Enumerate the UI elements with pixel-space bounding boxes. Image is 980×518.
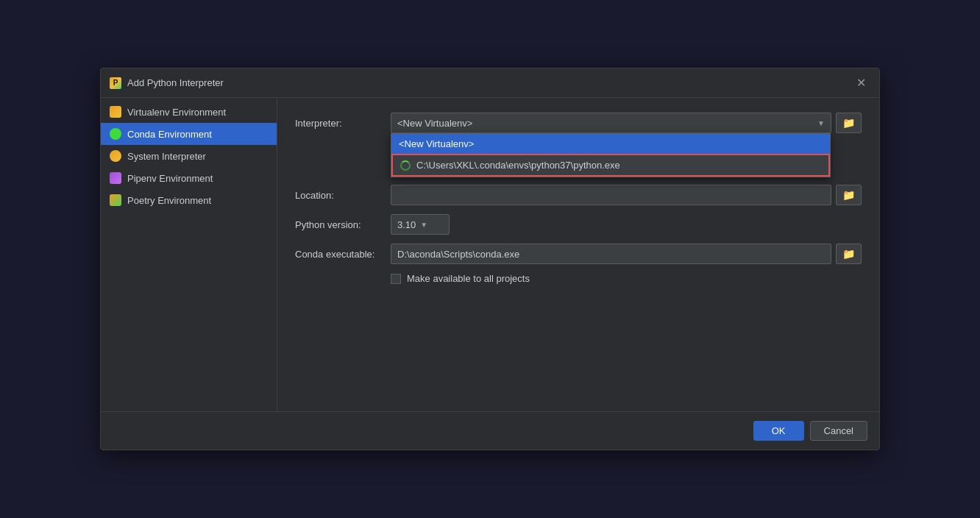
location-folder-icon: 📁	[842, 189, 855, 201]
location-browse-button[interactable]: 📁	[836, 185, 862, 205]
sidebar-item-system[interactable]: System Interpreter	[101, 145, 277, 167]
conda-executable-label: Conda executable:	[295, 249, 391, 260]
dialog-body: Virtualenv Environment Conda Environment…	[101, 98, 879, 411]
title-bar-left: P Add Python Interpreter	[110, 77, 224, 89]
location-row: Location: 📁	[295, 185, 862, 205]
conda-executable-row: Conda executable: 📁	[295, 244, 862, 264]
system-icon	[110, 150, 121, 162]
location-control-wrapper: 📁	[391, 185, 862, 205]
interpreter-dropdown[interactable]: <New Virtualenv> ▼	[391, 113, 831, 133]
checkbox-label: Make available to all projects	[407, 273, 530, 284]
folder-icon: 📁	[842, 117, 855, 129]
make-available-checkbox[interactable]	[391, 274, 401, 284]
checkbox-row: Make available to all projects	[391, 273, 862, 284]
conda-folder-icon: 📁	[842, 248, 855, 260]
interpreter-label: Interpreter:	[295, 118, 391, 129]
version-dropdown-arrow-icon: ▼	[420, 221, 427, 229]
dropdown-item-new-virtualenv[interactable]: <New Virtualenv>	[391, 134, 830, 154]
python-version-control-wrapper: 3.10 ▼	[391, 214, 862, 235]
sidebar-label-poetry: Poetry Environment	[127, 195, 211, 206]
sidebar-label-system: System Interpreter	[127, 151, 206, 162]
dropdown-item-new-virtualenv-label: <New Virtualenv>	[399, 138, 474, 149]
location-input[interactable]	[391, 185, 831, 205]
sidebar: Virtualenv Environment Conda Environment…	[101, 98, 277, 411]
sidebar-item-poetry[interactable]: Poetry Environment	[101, 189, 277, 211]
python-version-row: Python version: 3.10 ▼	[295, 214, 862, 235]
pipenv-icon	[110, 172, 121, 184]
dialog-footer: OK Cancel	[101, 411, 879, 450]
dropdown-item-python37[interactable]: C:\Users\XKL\.conda\envs\python37\python…	[391, 154, 830, 177]
sidebar-label-virtualenv: Virtualenv Environment	[127, 107, 226, 118]
sidebar-label-conda: Conda Environment	[127, 129, 212, 140]
sidebar-label-pipenv: Pipenv Environment	[127, 173, 213, 184]
interpreter-row: Interpreter: <New Virtualenv> ▼ 📁 <New V…	[295, 113, 862, 133]
sidebar-item-pipenv[interactable]: Pipenv Environment	[101, 167, 277, 189]
dropdown-arrow-icon: ▼	[817, 119, 825, 127]
main-content: Interpreter: <New Virtualenv> ▼ 📁 <New V…	[277, 98, 879, 411]
python-version-dropdown[interactable]: 3.10 ▼	[391, 214, 450, 235]
virtualenv-icon	[110, 106, 121, 118]
interpreter-browse-button[interactable]: 📁	[836, 113, 862, 133]
spinner-icon	[400, 160, 411, 171]
interpreter-dropdown-popup: <New Virtualenv> C:\Users\XKL\.conda\env…	[391, 133, 831, 177]
python-version-value: 3.10	[397, 219, 416, 230]
python-version-label: Python version:	[295, 219, 391, 230]
sidebar-item-conda[interactable]: Conda Environment	[101, 123, 277, 145]
dialog-icon: P	[110, 77, 121, 89]
location-label: Location:	[295, 190, 391, 201]
conda-executable-input[interactable]	[391, 244, 831, 264]
add-python-interpreter-dialog: P Add Python Interpreter ✕ Virtualenv En…	[100, 68, 880, 450]
cancel-button[interactable]: Cancel	[810, 421, 867, 441]
title-bar: P Add Python Interpreter ✕	[101, 68, 879, 98]
conda-icon	[110, 128, 121, 140]
conda-executable-browse-button[interactable]: 📁	[836, 244, 862, 264]
dialog-title: Add Python Interpreter	[127, 77, 224, 88]
dropdown-item-python37-label: C:\Users\XKL\.conda\envs\python37\python…	[416, 160, 620, 171]
sidebar-item-virtualenv[interactable]: Virtualenv Environment	[101, 101, 277, 123]
conda-executable-control-wrapper: 📁	[391, 244, 862, 264]
poetry-icon	[110, 194, 121, 206]
ok-button[interactable]: OK	[753, 421, 804, 441]
interpreter-dropdown-value: <New Virtualenv>	[397, 118, 472, 129]
interpreter-control-wrapper: <New Virtualenv> ▼ 📁	[391, 113, 862, 133]
close-button[interactable]: ✕	[852, 74, 870, 91]
